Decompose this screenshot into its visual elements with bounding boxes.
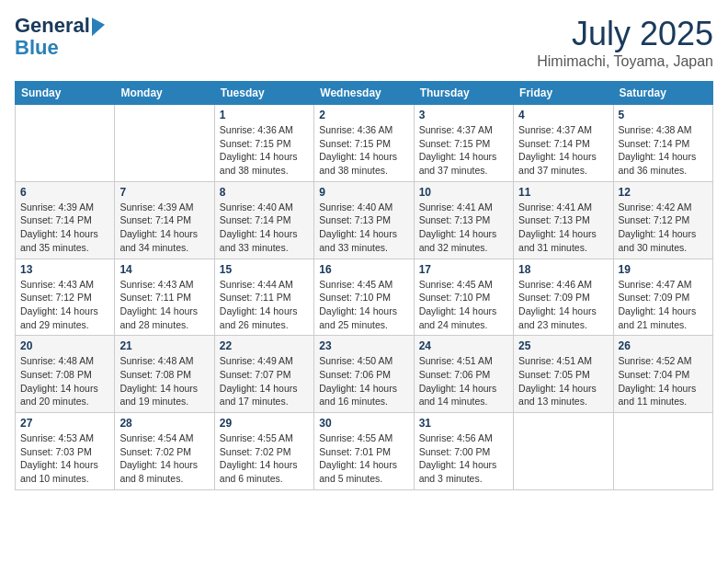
day-cell: [514, 413, 613, 490]
day-number: 31: [419, 417, 508, 430]
page-header: General Blue July 2025 Himimachi, Toyama…: [15, 15, 713, 70]
day-number: 2: [319, 109, 408, 121]
day-info: Sunrise: 4:54 AM Sunset: 7:02 PM Dayligh…: [119, 431, 209, 486]
day-info: Sunrise: 4:50 AM Sunset: 7:06 PM Dayligh…: [319, 354, 408, 408]
day-number: 23: [319, 339, 408, 352]
day-cell: 29Sunrise: 4:55 AM Sunset: 7:02 PM Dayli…: [214, 413, 313, 490]
day-number: 17: [419, 263, 508, 276]
day-info: Sunrise: 4:49 AM Sunset: 7:07 PM Dayligh…: [220, 354, 309, 408]
week-row-1: 1Sunrise: 4:36 AM Sunset: 7:15 PM Daylig…: [16, 105, 713, 182]
day-info: Sunrise: 4:39 AM Sunset: 7:14 PM Dayligh…: [20, 201, 109, 255]
day-cell: 1Sunrise: 4:36 AM Sunset: 7:15 PM Daylig…: [214, 105, 313, 182]
day-info: Sunrise: 4:51 AM Sunset: 7:05 PM Dayligh…: [518, 354, 608, 408]
day-number: 6: [20, 186, 109, 199]
logo: General Blue: [15, 15, 105, 59]
day-number: 30: [319, 417, 408, 430]
day-info: Sunrise: 4:45 AM Sunset: 7:10 PM Dayligh…: [319, 278, 408, 332]
day-info: Sunrise: 4:36 AM Sunset: 7:15 PM Dayligh…: [319, 123, 408, 178]
day-number: 12: [619, 186, 708, 199]
day-cell: 17Sunrise: 4:45 AM Sunset: 7:10 PM Dayli…: [414, 259, 513, 336]
calendar-header-row: SundayMondayTuesdayWednesdayThursdayFrid…: [16, 82, 713, 105]
day-info: Sunrise: 4:40 AM Sunset: 7:14 PM Dayligh…: [220, 201, 309, 255]
day-number: 27: [20, 417, 109, 430]
day-cell: 6Sunrise: 4:39 AM Sunset: 7:14 PM Daylig…: [16, 181, 115, 259]
day-header-monday: Monday: [115, 82, 214, 105]
day-number: 13: [20, 263, 109, 276]
day-cell: 11Sunrise: 4:41 AM Sunset: 7:13 PM Dayli…: [514, 181, 613, 259]
day-cell: 24Sunrise: 4:51 AM Sunset: 7:06 PM Dayli…: [414, 336, 513, 413]
day-info: Sunrise: 4:44 AM Sunset: 7:11 PM Dayligh…: [220, 278, 309, 332]
logo-line2: Blue: [15, 37, 59, 59]
day-info: Sunrise: 4:55 AM Sunset: 7:01 PM Dayligh…: [319, 431, 408, 486]
week-row-5: 27Sunrise: 4:53 AM Sunset: 7:03 PM Dayli…: [16, 413, 713, 490]
day-number: 15: [220, 263, 309, 276]
logo-line1: General: [15, 15, 90, 37]
day-cell: 22Sunrise: 4:49 AM Sunset: 7:07 PM Dayli…: [214, 336, 313, 413]
week-row-3: 13Sunrise: 4:43 AM Sunset: 7:12 PM Dayli…: [16, 259, 713, 336]
day-info: Sunrise: 4:46 AM Sunset: 7:09 PM Dayligh…: [518, 278, 608, 332]
day-header-wednesday: Wednesday: [314, 82, 414, 105]
day-cell: 31Sunrise: 4:56 AM Sunset: 7:00 PM Dayli…: [414, 413, 513, 490]
day-info: Sunrise: 4:37 AM Sunset: 7:14 PM Dayligh…: [518, 123, 608, 178]
day-cell: 14Sunrise: 4:43 AM Sunset: 7:11 PM Dayli…: [115, 259, 214, 336]
day-number: 1: [220, 109, 309, 121]
day-info: Sunrise: 4:43 AM Sunset: 7:11 PM Dayligh…: [119, 278, 209, 332]
day-info: Sunrise: 4:47 AM Sunset: 7:09 PM Dayligh…: [619, 278, 708, 332]
day-cell: 26Sunrise: 4:52 AM Sunset: 7:04 PM Dayli…: [613, 336, 712, 413]
day-cell: [613, 413, 712, 490]
day-info: Sunrise: 4:48 AM Sunset: 7:08 PM Dayligh…: [119, 354, 209, 408]
day-cell: 8Sunrise: 4:40 AM Sunset: 7:14 PM Daylig…: [214, 181, 313, 259]
day-info: Sunrise: 4:41 AM Sunset: 7:13 PM Dayligh…: [419, 201, 508, 255]
day-header-tuesday: Tuesday: [214, 82, 313, 105]
week-row-4: 20Sunrise: 4:48 AM Sunset: 7:08 PM Dayli…: [16, 336, 713, 413]
day-info: Sunrise: 4:39 AM Sunset: 7:14 PM Dayligh…: [119, 201, 209, 255]
day-cell: 15Sunrise: 4:44 AM Sunset: 7:11 PM Dayli…: [214, 259, 313, 336]
day-cell: 25Sunrise: 4:51 AM Sunset: 7:05 PM Dayli…: [514, 336, 613, 413]
day-number: 22: [220, 339, 309, 352]
day-info: Sunrise: 4:41 AM Sunset: 7:13 PM Dayligh…: [518, 201, 608, 255]
day-number: 18: [518, 263, 608, 276]
day-info: Sunrise: 4:51 AM Sunset: 7:06 PM Dayligh…: [419, 354, 508, 408]
day-number: 25: [518, 339, 608, 352]
day-cell: 5Sunrise: 4:38 AM Sunset: 7:14 PM Daylig…: [613, 105, 712, 182]
day-info: Sunrise: 4:56 AM Sunset: 7:00 PM Dayligh…: [419, 431, 508, 486]
day-cell: 10Sunrise: 4:41 AM Sunset: 7:13 PM Dayli…: [414, 181, 513, 259]
day-info: Sunrise: 4:55 AM Sunset: 7:02 PM Dayligh…: [220, 431, 309, 486]
day-info: Sunrise: 4:37 AM Sunset: 7:15 PM Dayligh…: [419, 123, 508, 178]
day-info: Sunrise: 4:42 AM Sunset: 7:12 PM Dayligh…: [619, 201, 708, 255]
day-cell: 4Sunrise: 4:37 AM Sunset: 7:14 PM Daylig…: [514, 105, 613, 182]
day-number: 8: [220, 186, 309, 199]
day-number: 4: [518, 109, 608, 121]
day-cell: 3Sunrise: 4:37 AM Sunset: 7:15 PM Daylig…: [414, 105, 513, 182]
day-number: 16: [319, 263, 408, 276]
day-number: 7: [119, 186, 209, 199]
logo-arrow-icon: [92, 16, 105, 36]
day-info: Sunrise: 4:36 AM Sunset: 7:15 PM Dayligh…: [220, 123, 309, 178]
day-info: Sunrise: 4:40 AM Sunset: 7:13 PM Dayligh…: [319, 201, 408, 255]
day-cell: 20Sunrise: 4:48 AM Sunset: 7:08 PM Dayli…: [16, 336, 115, 413]
day-cell: 21Sunrise: 4:48 AM Sunset: 7:08 PM Dayli…: [115, 336, 214, 413]
day-cell: 12Sunrise: 4:42 AM Sunset: 7:12 PM Dayli…: [613, 181, 712, 259]
day-info: Sunrise: 4:38 AM Sunset: 7:14 PM Dayligh…: [619, 123, 708, 178]
day-number: 29: [220, 417, 309, 430]
day-cell: 18Sunrise: 4:46 AM Sunset: 7:09 PM Dayli…: [514, 259, 613, 336]
day-number: 24: [419, 339, 508, 352]
day-number: 10: [419, 186, 508, 199]
day-cell: 19Sunrise: 4:47 AM Sunset: 7:09 PM Dayli…: [613, 259, 712, 336]
day-number: 28: [119, 417, 209, 430]
day-header-saturday: Saturday: [613, 82, 712, 105]
day-number: 21: [119, 339, 209, 352]
day-number: 19: [619, 263, 708, 276]
day-cell: 30Sunrise: 4:55 AM Sunset: 7:01 PM Dayli…: [314, 413, 414, 490]
day-cell: 23Sunrise: 4:50 AM Sunset: 7:06 PM Dayli…: [314, 336, 414, 413]
day-number: 11: [518, 186, 608, 199]
day-number: 9: [319, 186, 408, 199]
day-cell: 2Sunrise: 4:36 AM Sunset: 7:15 PM Daylig…: [314, 105, 414, 182]
day-number: 5: [619, 109, 708, 121]
day-info: Sunrise: 4:43 AM Sunset: 7:12 PM Dayligh…: [20, 278, 109, 332]
title-block: July 2025 Himimachi, Toyama, Japan: [537, 15, 713, 70]
day-number: 3: [419, 109, 508, 121]
day-info: Sunrise: 4:52 AM Sunset: 7:04 PM Dayligh…: [619, 354, 708, 408]
day-cell: [16, 105, 115, 182]
day-number: 14: [119, 263, 209, 276]
